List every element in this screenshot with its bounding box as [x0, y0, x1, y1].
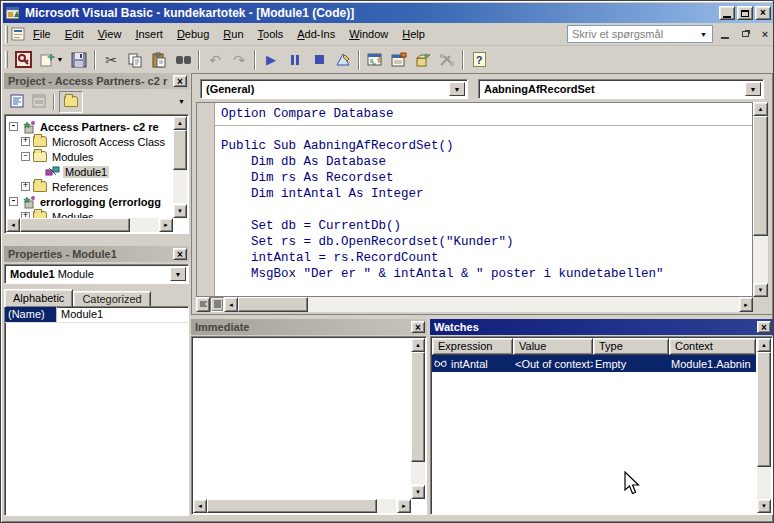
- child-minimize-button[interactable]: [717, 27, 733, 41]
- expand-icon[interactable]: +: [21, 182, 30, 191]
- code-line[interactable]: intAntal = rs.RecordCount: [221, 250, 439, 266]
- column-header-expression[interactable]: Expression: [432, 338, 513, 355]
- close-button[interactable]: ×: [755, 6, 771, 20]
- copy-button[interactable]: [124, 49, 146, 71]
- cut-button[interactable]: ✂: [100, 49, 122, 71]
- code-line[interactable]: Public Sub AabningAfRecordSet(): [221, 138, 454, 154]
- scroll-up-icon[interactable]: ▲: [753, 102, 768, 116]
- scroll-left-icon[interactable]: ◄: [193, 499, 207, 513]
- help-button[interactable]: ?: [468, 49, 490, 71]
- undo-button[interactable]: ↶: [204, 49, 226, 71]
- properties-panel-titlebar[interactable]: Properties - Module1 ×: [4, 246, 189, 262]
- object-selector-combo[interactable]: Module1 Module ▼: [4, 264, 189, 284]
- menu-file[interactable]: File: [26, 25, 58, 43]
- property-name-cell[interactable]: (Name): [5, 307, 57, 322]
- tree-label[interactable]: errorlogging (errorlogg: [38, 196, 163, 208]
- scroll-left-icon[interactable]: ◄: [224, 297, 238, 312]
- view-microsoft-access-button[interactable]: [12, 49, 34, 71]
- run-sub-button[interactable]: ▶: [260, 49, 282, 71]
- scroll-up-icon[interactable]: ▲: [757, 338, 771, 352]
- ask-question-box[interactable]: Skriv et spørgsmål ▼: [567, 25, 713, 43]
- maximize-button[interactable]: [737, 6, 753, 20]
- tree-label[interactable]: Module1: [63, 166, 109, 178]
- tree-label[interactable]: Access Partners- c2 re: [38, 121, 161, 133]
- code-line[interactable]: Dim rs As Recordset: [221, 170, 394, 186]
- procedure-dropdown[interactable]: AabningAfRecordSet ▼: [478, 79, 764, 99]
- project-explorer-button[interactable]: [364, 49, 386, 71]
- scroll-right-icon[interactable]: ►: [397, 499, 411, 513]
- menu-view[interactable]: View: [91, 25, 129, 43]
- close-icon[interactable]: ×: [173, 75, 187, 87]
- tree-label[interactable]: References: [50, 181, 110, 193]
- toggle-folders-button[interactable]: [59, 91, 83, 113]
- chevron-down-icon[interactable]: ▼: [696, 27, 711, 41]
- code-margin-indicator-bar[interactable]: [197, 103, 215, 296]
- scroll-down-icon[interactable]: ▼: [753, 283, 768, 297]
- tree-label[interactable]: Microsoft Access Class: [50, 136, 167, 148]
- full-module-view-button[interactable]: [210, 297, 224, 312]
- code-line[interactable]: Option Compare Database: [221, 106, 394, 122]
- tab-categorized[interactable]: Categorized: [73, 291, 150, 307]
- tree-item-modules[interactable]: - Modules: [21, 149, 96, 164]
- break-button[interactable]: [284, 49, 306, 71]
- tab-alphabetic[interactable]: Alphabetic: [4, 289, 73, 307]
- tree-item-references[interactable]: + References: [21, 179, 110, 194]
- paste-button[interactable]: [148, 49, 170, 71]
- immediate-vscroll-thumb[interactable]: [411, 352, 425, 462]
- scroll-left-icon[interactable]: ◄: [6, 218, 20, 232]
- collapse-icon[interactable]: -: [21, 152, 30, 161]
- toolbar-grip[interactable]: [5, 51, 8, 68]
- scroll-up-icon[interactable]: ▲: [173, 116, 187, 130]
- find-button[interactable]: [172, 49, 194, 71]
- code-line[interactable]: Dim intAntal As Integer: [221, 186, 424, 202]
- column-header-context[interactable]: Context: [669, 338, 756, 355]
- save-button[interactable]: [68, 49, 90, 71]
- menubar-grip[interactable]: [5, 26, 8, 43]
- project-panel-titlebar[interactable]: Project - Access Partners- c2 r ×: [4, 73, 189, 89]
- menu-insert[interactable]: Insert: [128, 25, 170, 43]
- close-icon[interactable]: ×: [173, 248, 187, 260]
- code-line[interactable]: Set db = CurrentDb(): [221, 218, 401, 234]
- menu-debug[interactable]: Debug: [170, 25, 216, 43]
- collapse-icon[interactable]: -: [9, 197, 18, 206]
- code-hscroll-thumb[interactable]: [238, 297, 308, 312]
- child-close-button[interactable]: ×: [757, 27, 773, 41]
- code-vscrollbar[interactable]: ▲ ▼: [753, 102, 768, 297]
- scroll-down-icon[interactable]: ▼: [173, 204, 187, 218]
- toolbar-overflow-icon[interactable]: ▼: [178, 98, 185, 105]
- menu-addins[interactable]: Add-Ins: [290, 25, 342, 43]
- collapse-icon[interactable]: -: [9, 122, 18, 131]
- menu-run[interactable]: Run: [216, 25, 250, 43]
- watches-titlebar[interactable]: Watches ×: [430, 319, 773, 335]
- menu-tools[interactable]: Tools: [251, 25, 291, 43]
- design-mode-button[interactable]: [332, 49, 354, 71]
- object-browser-button[interactable]: [412, 49, 434, 71]
- code-hscroll-track[interactable]: [238, 297, 739, 312]
- view-code-button[interactable]: [7, 92, 27, 112]
- tree-item-module1[interactable]: Module1: [45, 164, 109, 179]
- redo-button[interactable]: ↷: [228, 49, 250, 71]
- immediate-editor[interactable]: ▲ ▼ ◄ ►: [191, 336, 427, 515]
- menu-window[interactable]: Window: [342, 25, 395, 43]
- minimize-button[interactable]: [719, 6, 735, 20]
- code-vscroll-thumb[interactable]: [753, 116, 768, 236]
- property-value-cell[interactable]: Module1: [57, 307, 188, 322]
- tree-hscroll-thumb[interactable]: [20, 218, 130, 232]
- tree-item-project2[interactable]: - errorlogging (errorlogg: [9, 194, 163, 209]
- watch-row[interactable]: intAntal <Out of context> Empty Module1.…: [432, 355, 756, 372]
- column-header-type[interactable]: Type: [593, 338, 669, 355]
- code-line[interactable]: Set rs = db.OpenRecordset("Kunder"): [221, 234, 514, 250]
- expand-icon[interactable]: +: [21, 137, 30, 146]
- reset-button[interactable]: [308, 49, 330, 71]
- insert-module-button[interactable]: ▼: [36, 49, 66, 71]
- toolbox-button[interactable]: [436, 49, 458, 71]
- chevron-down-icon[interactable]: ▼: [745, 82, 761, 96]
- tree-item-access-class[interactable]: + Microsoft Access Class: [21, 134, 167, 149]
- tree-vscroll-thumb[interactable]: [173, 130, 187, 170]
- immediate-titlebar[interactable]: Immediate ×: [191, 319, 427, 335]
- scroll-down-icon[interactable]: ▼: [757, 499, 771, 513]
- tree-item-project1[interactable]: - Access Partners- c2 re: [9, 119, 161, 134]
- object-dropdown[interactable]: (General) ▼: [200, 79, 468, 99]
- scroll-right-icon[interactable]: ►: [739, 297, 753, 312]
- code-editor[interactable]: Option Compare Database Public Sub Aabni…: [196, 102, 753, 297]
